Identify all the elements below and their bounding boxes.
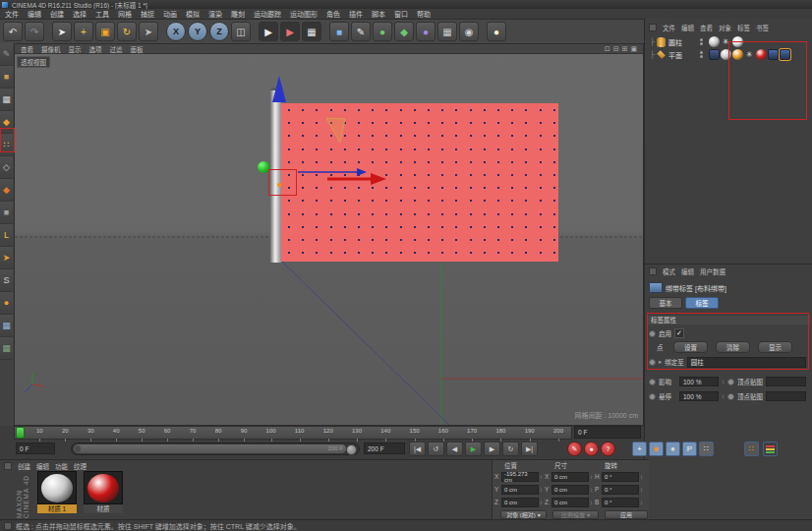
flag-vertex-dot[interactable]: [470, 213, 472, 215]
snap-icon[interactable]: S: [0, 269, 13, 292]
object-manager-menu-item[interactable]: 标签: [737, 23, 750, 32]
size-field[interactable]: 0 cm: [551, 498, 589, 507]
flag-vertex-dot[interactable]: [344, 161, 346, 163]
flag-vertex-dot[interactable]: [470, 187, 472, 189]
plane-object-icon[interactable]: [657, 50, 666, 59]
phong-tag[interactable]: [721, 49, 731, 60]
flag-vertex-dot[interactable]: [414, 239, 416, 241]
flag-vertex-dot[interactable]: [540, 200, 542, 202]
flag-vertex-dot[interactable]: [385, 148, 387, 150]
rotation-field[interactable]: 0 °: [602, 472, 639, 482]
flag-vertex-dot[interactable]: [288, 174, 290, 176]
flag-vertex-dot[interactable]: [372, 135, 374, 137]
lock-x-icon[interactable]: X: [166, 22, 186, 41]
flag-vertex-dot[interactable]: [330, 200, 332, 202]
viewport-solo-icon[interactable]: ➤: [0, 247, 13, 269]
current-frame-field[interactable]: 0 F: [574, 426, 641, 439]
tab-basic[interactable]: 基本: [649, 297, 682, 309]
stepper-icon[interactable]: ↕: [722, 379, 725, 384]
model-mode-icon[interactable]: ■: [0, 66, 13, 88]
flag-vertex-dot[interactable]: [497, 187, 499, 189]
flag-vertex-dot[interactable]: [511, 226, 513, 228]
flag-vertex-dot[interactable]: [553, 135, 555, 137]
flag-vertex-dot[interactable]: [414, 135, 416, 137]
flag-vertex-dot[interactable]: [372, 200, 374, 202]
flag-vertex-dot[interactable]: [400, 200, 402, 202]
flag-vertex-dot[interactable]: [470, 148, 472, 150]
material-tag-red[interactable]: [756, 49, 767, 60]
flag-vertex-dot[interactable]: [344, 135, 346, 137]
autokey-button[interactable]: ●: [584, 442, 599, 456]
flag-vertex-dot[interactable]: [525, 239, 527, 241]
material-name[interactable]: 材质 1: [37, 504, 77, 513]
flag-vertex-dot[interactable]: [400, 135, 402, 137]
flag-vertex-dot[interactable]: [497, 109, 499, 111]
preview-range-slider[interactable]: 200 F: [71, 442, 360, 455]
flag-vertex-dot[interactable]: [302, 148, 304, 150]
stepper-icon[interactable]: ↕: [640, 487, 643, 493]
flag-vertex-dot[interactable]: [302, 252, 304, 254]
flag-vertex-dot[interactable]: [428, 213, 430, 215]
goto-end-button[interactable]: ▶|: [521, 442, 538, 456]
set-button[interactable]: 设置: [673, 341, 708, 353]
flag-vertex-dot[interactable]: [441, 226, 443, 228]
flag-vertex-dot[interactable]: [525, 148, 527, 150]
flag-vertex-dot[interactable]: [400, 213, 402, 215]
flag-vertex-dot[interactable]: [400, 226, 402, 228]
size-field[interactable]: 0 cm: [551, 472, 589, 482]
flag-vertex-dot[interactable]: [385, 213, 387, 215]
flag-vertex-dot[interactable]: [302, 200, 304, 202]
flag-vertex-dot[interactable]: [414, 226, 416, 228]
flag-vertex-dot[interactable]: [400, 109, 402, 111]
flag-vertex-dot[interactable]: [441, 239, 443, 241]
flag-vertex-dot[interactable]: [497, 122, 499, 124]
flag-vertex-dot[interactable]: [470, 109, 472, 111]
flag-vertex-dot[interactable]: [316, 226, 318, 228]
flag-vertex-dot[interactable]: [441, 161, 443, 163]
stepper-icon[interactable]: ↕: [722, 393, 725, 399]
material-item[interactable]: 材质 1: [37, 471, 77, 513]
flag-vertex-dot[interactable]: [525, 200, 527, 202]
flag-vertex-dot[interactable]: [330, 174, 332, 176]
pane-toggle-icon-2[interactable]: ⊟: [613, 45, 619, 53]
flag-vertex-dot[interactable]: [484, 122, 486, 124]
main-menu-item[interactable]: 选择: [73, 9, 87, 19]
simulation-tag[interactable]: ✳: [721, 36, 731, 47]
flag-vertex-dot[interactable]: [344, 239, 346, 241]
lock-y-icon[interactable]: Y: [188, 22, 207, 41]
flag-vertex-dot[interactable]: [316, 174, 318, 176]
flag-vertex-dot[interactable]: [540, 148, 542, 150]
flag-vertex-dot[interactable]: [288, 161, 290, 163]
flag-vertex-dot[interactable]: [414, 200, 416, 202]
flag-vertex-dot[interactable]: [400, 187, 402, 189]
main-menu-item[interactable]: 工具: [95, 9, 109, 19]
move-tool-icon[interactable]: +: [74, 22, 93, 41]
main-menu-item[interactable]: 插件: [349, 9, 363, 19]
flag-vertex-dot[interactable]: [553, 122, 555, 124]
flag-vertex-dot[interactable]: [441, 187, 443, 189]
flag-vertex-dot[interactable]: [553, 161, 555, 163]
flag-vertex-dot[interactable]: [372, 226, 374, 228]
attribute-manager-menu-item[interactable]: 编辑: [681, 266, 694, 276]
flag-vertex-dot[interactable]: [385, 135, 387, 137]
view-label[interactable]: 透视视图: [17, 56, 50, 68]
flag-vertex-dot[interactable]: [484, 226, 486, 228]
record-scale-toggle[interactable]: ■: [649, 442, 664, 456]
flag-vertex-dot[interactable]: [540, 187, 542, 189]
flag-vertex-dot[interactable]: [511, 239, 513, 241]
flag-vertex-dot[interactable]: [344, 226, 346, 228]
current-frame-marker[interactable]: [16, 427, 25, 439]
flag-vertex-dot[interactable]: [484, 200, 486, 202]
make-editable-icon[interactable]: ✎: [0, 43, 13, 66]
flag-vertex-dot[interactable]: [316, 135, 318, 137]
flag-vertex-dot[interactable]: [330, 135, 332, 137]
flag-vertex-dot[interactable]: [358, 174, 360, 176]
main-menu-item[interactable]: 帮助: [417, 9, 431, 19]
position-field[interactable]: 0 cm: [501, 485, 539, 495]
flag-vertex-dot[interactable]: [414, 148, 416, 150]
flag-vertex-dot[interactable]: [455, 174, 457, 176]
environment-icon[interactable]: ●: [416, 22, 435, 41]
flag-vertex-dot[interactable]: [330, 122, 332, 124]
flag-vertex-dot[interactable]: [372, 252, 374, 254]
record-keyframe-button[interactable]: ✎: [567, 442, 582, 456]
